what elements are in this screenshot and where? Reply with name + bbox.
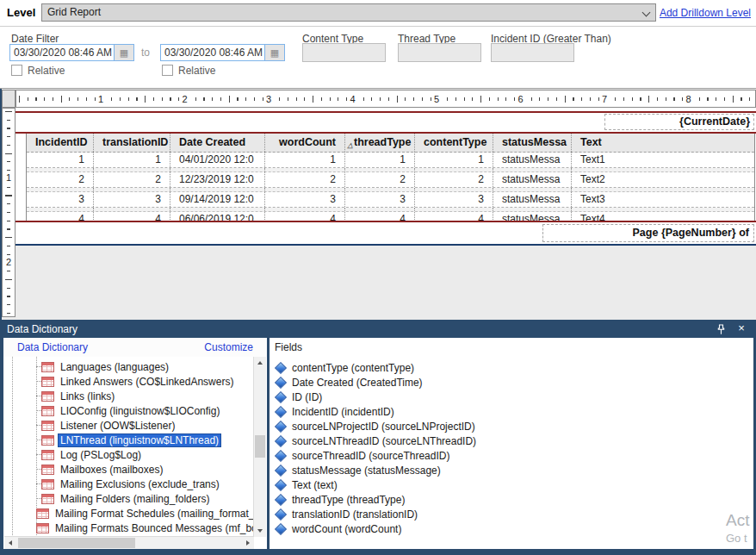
table-cell[interactable]: Text1	[572, 153, 754, 167]
table-cell[interactable]: 1	[265, 153, 345, 167]
incident-id-input[interactable]	[491, 43, 574, 62]
scroll-up-icon[interactable]	[254, 357, 266, 369]
add-drilldown-level-link[interactable]: Add Drilldown Level	[660, 7, 751, 19]
field-item[interactable]: statusMessage (statusMessage)	[275, 463, 753, 477]
column-header[interactable]: wordCount	[265, 134, 345, 152]
table-cell[interactable]: 3	[345, 192, 415, 207]
current-date-field[interactable]: {CurrentDate}	[604, 114, 754, 130]
field-item[interactable]: sourceLNThreadID (sourceLNThreadID)	[275, 433, 753, 448]
table-cell[interactable]: 3	[27, 192, 94, 207]
close-icon[interactable]: ×	[735, 321, 747, 335]
table-cell[interactable]: 04/01/2020 12:0	[170, 153, 265, 167]
table-cell[interactable]: 2	[265, 172, 345, 187]
field-item[interactable]: sourceThreadID (sourceThreadID)	[275, 448, 753, 463]
column-header[interactable]: statusMessa	[493, 134, 572, 152]
field-diamond-icon	[275, 376, 287, 388]
calendar-icon[interactable]: ▦	[114, 45, 133, 60]
tree-item[interactable]: Mailing Exclusions (exclude_trans)	[36, 477, 254, 491]
tree-item[interactable]: Mailing Formats Bounced Messages (mf_bou…	[36, 521, 254, 535]
calendar-icon[interactable]: ▦	[264, 45, 284, 60]
field-diamond-icon	[275, 493, 287, 505]
column-header[interactable]: translationID	[94, 134, 170, 152]
column-header[interactable]: contentType	[415, 134, 493, 152]
table-icon	[41, 406, 54, 416]
tree-item[interactable]: Linked Answers (CO$LinkedAnswers)	[36, 374, 254, 389]
field-item[interactable]: contentType (contentType)	[275, 360, 753, 375]
table-cell[interactable]: 1	[415, 153, 493, 167]
tree-item[interactable]: Mailing Format Schedules (mailing_format…	[36, 506, 254, 521]
tree-item[interactable]: Listener (OOW$Listener)	[36, 418, 254, 433]
tree-item[interactable]: Links (links)	[36, 389, 254, 403]
tree-item[interactable]: Log (PSLog$Log)	[36, 447, 254, 462]
date-from-input[interactable]: 03/30/2020 08:46 AM ▦	[9, 44, 134, 61]
report-header-band: {CurrentDate}	[15, 113, 756, 132]
tree-item[interactable]: LNThread (linguistnow$LNThread)	[36, 433, 254, 447]
scroll-right-icon[interactable]	[242, 537, 254, 549]
thread-type-input[interactable]	[398, 43, 481, 62]
table-cell[interactable]: 3	[265, 192, 345, 207]
level-dropdown[interactable]: Grid Report	[41, 3, 656, 22]
date-to-input[interactable]: 03/30/2020 08:46 AM ▦	[160, 44, 285, 61]
table-cell[interactable]: Text3	[572, 192, 754, 207]
horizontal-scroll-thumb[interactable]	[18, 538, 135, 548]
relative-to-checkbox[interactable]	[162, 65, 173, 76]
table-cell[interactable]: 09/14/2019 12:0	[170, 192, 265, 207]
field-item-label: Date Created (CreatedTime)	[292, 377, 423, 389]
field-item[interactable]: translationID (translationID)	[275, 507, 753, 521]
table-cell[interactable]: 2	[345, 172, 415, 187]
tree-item-label: Mailing Format Schedules (mailing_format…	[53, 507, 254, 521]
field-item[interactable]: ID (ID)	[275, 390, 753, 404]
table-cell[interactable]: statusMessa	[493, 153, 572, 167]
table-cell[interactable]: 1	[94, 153, 170, 167]
tree-item-label: Links (links)	[58, 390, 117, 403]
tree-vertical-scrollbar[interactable]	[253, 357, 266, 537]
table-cell[interactable]: 1	[27, 153, 94, 167]
to-label: to	[141, 47, 150, 59]
table-cell[interactable]: 2	[415, 172, 493, 187]
table-cell[interactable]: 2	[94, 172, 170, 187]
tree-horizontal-scrollbar[interactable]	[4, 536, 254, 549]
column-header[interactable]: Text	[572, 134, 754, 152]
page-number-field[interactable]: Page {PageNumber} of {NumberOfPages}	[542, 224, 754, 242]
date-to-value: 03/30/2020 08:46 AM	[161, 45, 264, 60]
table-gap-cell	[27, 188, 94, 191]
vertical-scroll-thumb[interactable]	[255, 435, 265, 458]
table-icon	[41, 494, 54, 504]
tree-list: Languages (languages) Linked Answers (CO…	[3, 359, 254, 535]
tree-item-label: Log (PSLog$Log)	[58, 448, 144, 462]
table-gap-cell	[265, 188, 345, 191]
table-icon	[41, 421, 54, 431]
table-cell[interactable]: 2	[27, 172, 94, 187]
relative-from-checkbox[interactable]	[11, 65, 22, 76]
field-item[interactable]: wordCount (wordCount)	[275, 521, 753, 536]
table-cell[interactable]: 3	[415, 192, 493, 207]
scroll-down-icon[interactable]	[254, 525, 266, 537]
table-cell[interactable]: statusMessa	[493, 192, 572, 207]
column-header[interactable]: Date Created	[170, 134, 265, 152]
panel-titlebar[interactable]: Data Dictionary ×	[0, 320, 756, 338]
table-cell[interactable]: Text2	[572, 172, 754, 187]
tree-item[interactable]: Languages (languages)	[36, 359, 254, 374]
table-cell[interactable]: statusMessa	[493, 172, 572, 187]
pin-icon[interactable]	[715, 323, 727, 335]
table-cell[interactable]: 3	[94, 192, 170, 207]
tree-item-label: Mailboxes (mailboxes)	[58, 463, 165, 477]
tree-item-label: Languages (languages)	[58, 360, 171, 374]
customize-link[interactable]: Customize	[204, 341, 253, 353]
field-item[interactable]: threadType (threadType)	[275, 492, 753, 507]
field-item[interactable]: IncidentID (incidentID)	[275, 404, 753, 419]
ruler-corner	[2, 90, 15, 108]
tree-item[interactable]: LIOConfig (linguistnow$LIOConfig)	[36, 403, 254, 418]
table-icon	[41, 362, 54, 372]
column-header[interactable]: IncidentID	[27, 134, 94, 152]
table-cell[interactable]: 12/23/2019 12:0	[170, 172, 265, 187]
tree-item[interactable]: Mailboxes (mailboxes)	[36, 462, 254, 477]
field-item[interactable]: Date Created (CreatedTime)	[275, 375, 753, 390]
field-item[interactable]: Text (text)	[275, 477, 753, 492]
field-item[interactable]: sourceLNProjectID (sourceLNProjectID)	[275, 419, 753, 433]
content-type-input[interactable]	[302, 43, 386, 62]
tree-item[interactable]: Mailing Folders (mailing_folders)	[36, 491, 254, 506]
column-header[interactable]: threadType	[345, 134, 415, 152]
table-cell[interactable]: 1	[345, 153, 415, 167]
scroll-left-icon[interactable]	[4, 537, 16, 549]
